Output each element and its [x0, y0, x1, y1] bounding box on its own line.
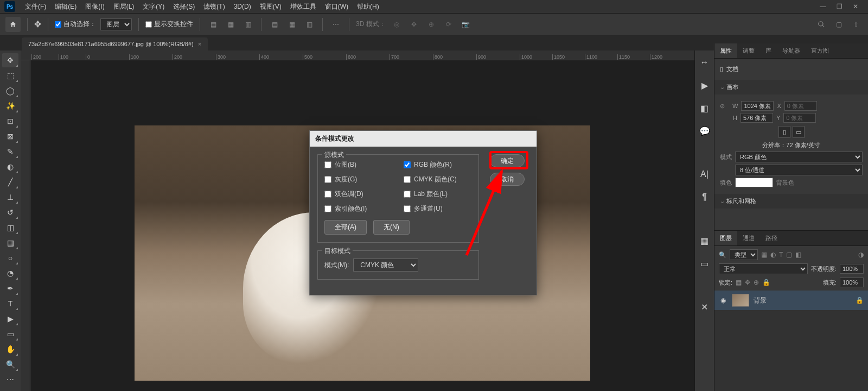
layer-locked-icon[interactable]: 🔒 [856, 297, 864, 304]
edit-toolbar[interactable]: ⋯ [2, 373, 18, 387]
eraser-tool[interactable]: ◫ [2, 220, 18, 235]
menu-edit[interactable]: 编辑(E) [50, 0, 81, 14]
menu-window[interactable]: 窗口(W) [321, 0, 353, 14]
filter-type-icon[interactable]: T [779, 251, 783, 258]
menu-filter[interactable]: 滤镜(T) [199, 0, 229, 14]
target-mode-select[interactable]: CMYK 颜色 [353, 258, 418, 272]
workspace-icon[interactable]: ▢ [832, 18, 845, 31]
link-dimensions-icon[interactable]: ⊘ [720, 103, 725, 110]
check-bitmap[interactable]: 位图(B) [324, 160, 393, 169]
brush-tool[interactable]: ╱ [2, 175, 18, 189]
tab-paths[interactable]: 路径 [760, 231, 783, 245]
show-transform-checkbox[interactable]: 显示变换控件 [145, 20, 193, 29]
tab-histogram[interactable]: 直方图 [806, 43, 834, 58]
tab-layers[interactable]: 图层 [714, 231, 737, 245]
lock-all-icon[interactable]: 🔒 [762, 279, 770, 286]
magic-wand-tool[interactable]: ✨ [2, 99, 18, 113]
dodge-tool[interactable]: ◔ [2, 266, 18, 280]
tab-close-icon[interactable]: × [198, 41, 201, 47]
menu-plugins[interactable]: 增效工具 [286, 0, 321, 14]
actions-panel-icon[interactable]: ▶ [698, 79, 711, 92]
lock-artboard-icon[interactable]: ⊕ [754, 279, 759, 286]
check-duotone[interactable]: 双色调(D) [324, 190, 393, 199]
rulers-section-header[interactable]: 标尺和网格 [714, 194, 868, 209]
path-selection-tool[interactable]: ▶ [2, 312, 18, 326]
check-cmyk[interactable]: CMYK 颜色(C) [404, 175, 472, 184]
eyedropper-tool[interactable]: ✎ [2, 144, 18, 159]
color-panel-icon[interactable]: ◧ [698, 102, 711, 115]
crop-tool[interactable]: ⊡ [2, 114, 18, 128]
lock-pixels-icon[interactable]: ▦ [736, 279, 742, 286]
healing-brush-tool[interactable]: ◐ [2, 160, 18, 174]
color-mode-select[interactable]: RGB 颜色 [735, 152, 863, 162]
tab-libraries[interactable]: 库 [760, 43, 777, 58]
shape-tool[interactable]: ▭ [2, 327, 18, 341]
auto-select-target[interactable]: 图层 [100, 18, 132, 30]
filter-toggle[interactable]: ◑ [858, 251, 864, 258]
frame-tool[interactable]: ⊠ [2, 129, 18, 143]
tab-navigator[interactable]: 导航器 [777, 43, 806, 58]
gradient-tool[interactable]: ▦ [2, 236, 18, 250]
menu-help[interactable]: 帮助(H) [353, 0, 384, 14]
distribute-icon[interactable]: ⋯ [329, 18, 342, 31]
check-multichannel[interactable]: 多通道(U) [404, 204, 472, 213]
layer-filter-kind[interactable]: 类型 [730, 249, 758, 260]
layer-visibility-icon[interactable]: ◉ [719, 297, 727, 304]
cancel-button[interactable]: 取消 [490, 173, 525, 186]
zoom-tool[interactable]: 🔍 [2, 357, 18, 371]
check-lab[interactable]: Lab 颜色(L) [404, 190, 472, 199]
menu-image[interactable]: 图像(I) [81, 0, 108, 14]
search-icon[interactable] [815, 18, 828, 31]
align-center-v-icon[interactable]: ▦ [285, 18, 298, 31]
check-grayscale[interactable]: 灰度(G) [324, 175, 393, 184]
menu-3d[interactable]: 3D(D) [229, 1, 256, 12]
align-left-icon[interactable]: ▤ [207, 18, 220, 31]
layer-thumbnail[interactable] [732, 294, 749, 307]
window-minimize[interactable]: — [815, 1, 831, 12]
lasso-tool[interactable]: ◯ [2, 84, 18, 98]
tab-adjustments[interactable]: 调整 [737, 43, 760, 58]
paragraph-panel-icon[interactable]: ¶ [698, 191, 711, 204]
canvas-section-header[interactable]: 画布 [714, 80, 868, 94]
orientation-portrait[interactable]: ▯ [778, 126, 790, 138]
blend-mode-select[interactable]: 正常 [719, 263, 808, 274]
3d-camera-icon[interactable]: 📷 [459, 18, 473, 31]
menu-select[interactable]: 选择(S) [169, 0, 199, 14]
history-brush-tool[interactable]: ↺ [2, 205, 18, 219]
tab-channels[interactable]: 通道 [737, 231, 760, 245]
filter-adjust-icon[interactable]: ◐ [770, 251, 776, 258]
character-panel-icon[interactable]: A| [698, 168, 711, 181]
dialog-title[interactable]: 条件模式更改 [310, 131, 537, 147]
comments-panel-icon[interactable]: 💬 [698, 124, 711, 137]
share-icon[interactable]: ⇧ [850, 18, 863, 31]
window-close[interactable]: ✕ [847, 1, 864, 12]
filter-smart-icon[interactable]: ◧ [795, 251, 801, 258]
pen-tool[interactable]: ✒ [2, 281, 18, 295]
layer-filter-icon[interactable]: 🔍 [719, 251, 726, 258]
menu-file[interactable]: 文件(F) [21, 0, 50, 14]
filter-pixel-icon[interactable]: ▦ [761, 251, 767, 258]
type-tool[interactable]: T [2, 297, 18, 311]
tab-properties[interactable]: 属性 [714, 43, 737, 58]
menu-layer[interactable]: 图层(L) [109, 0, 139, 14]
align-right-icon[interactable]: ▥ [241, 18, 254, 31]
home-button[interactable] [5, 17, 21, 32]
orientation-landscape[interactable]: ▭ [793, 126, 805, 138]
document-tab[interactable]: 73a2c87e699503e8171a6955d6999677.jpg @ 1… [22, 37, 208, 51]
lock-position-icon[interactable]: ✥ [745, 279, 750, 286]
window-maximize[interactable]: ❐ [831, 1, 847, 12]
check-indexed[interactable]: 索引颜色(I) [324, 204, 393, 213]
layer-fill-field[interactable] [840, 278, 864, 287]
opacity-field[interactable] [840, 264, 864, 274]
hand-tool[interactable]: ✋ [2, 342, 18, 356]
swatches-panel-icon[interactable]: ▦ [698, 234, 711, 247]
filter-shape-icon[interactable]: ▢ [786, 251, 792, 258]
3d-slide-icon[interactable]: ⊕ [425, 18, 438, 31]
library-panel-icon[interactable]: ▭ [698, 257, 711, 270]
3d-scale-icon[interactable]: ⟳ [442, 18, 455, 31]
select-all-button[interactable]: 全部(A) [324, 220, 367, 235]
menu-type[interactable]: 文字(Y) [138, 0, 169, 14]
brushes-panel-icon[interactable]: ✕ [698, 300, 711, 313]
3d-pan-icon[interactable]: ✥ [407, 18, 420, 31]
ok-button[interactable]: 确定 [490, 154, 525, 167]
